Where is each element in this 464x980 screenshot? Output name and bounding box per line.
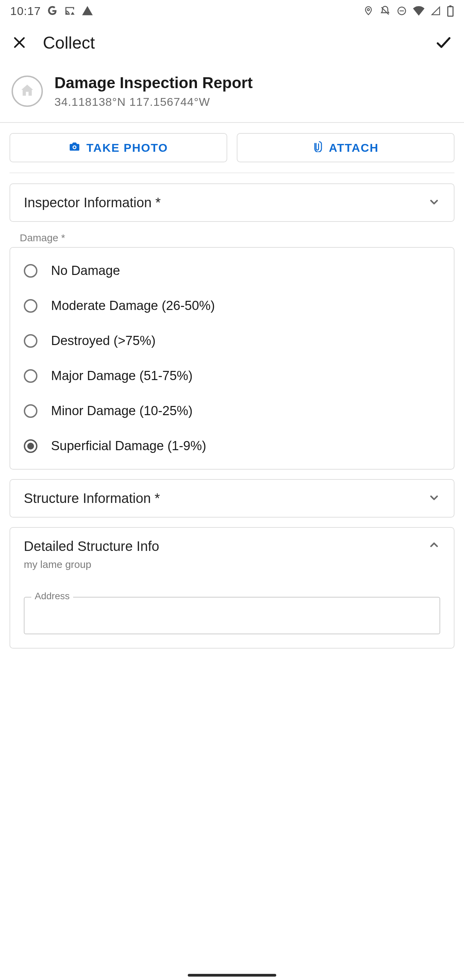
damage-option-superficial[interactable]: Superficial Damage (1-9%) — [10, 428, 454, 463]
paperclip-icon — [313, 140, 323, 155]
document-title: Damage Inspection Report — [54, 73, 253, 92]
damage-option-moderate[interactable]: Moderate Damage (26-50%) — [10, 288, 454, 323]
damage-option-label: Major Damage (51-75%) — [51, 369, 192, 383]
detailed-structure-subtitle: my lame group — [24, 559, 159, 570]
action-row: TAKE PHOTO ATTACH — [0, 123, 464, 172]
document-meta: Damage Inspection Report 34.118138°N 117… — [54, 73, 253, 108]
mute-icon — [380, 5, 391, 16]
inspector-info-title: Inspector Information * — [24, 195, 160, 210]
warning-icon — [82, 5, 93, 17]
structure-info-title: Structure Information * — [24, 491, 160, 506]
damage-card: No Damage Moderate Damage (26-50%) Destr… — [10, 247, 454, 469]
cast-icon — [64, 5, 76, 17]
damage-option-label: Superficial Damage (1-9%) — [51, 439, 206, 453]
detailed-structure-header-text: Detailed Structure Info my lame group — [24, 539, 159, 570]
detailed-structure-title: Detailed Structure Info — [24, 539, 159, 554]
structure-info-card: Structure Information * — [10, 479, 454, 517]
home-icon — [19, 83, 35, 100]
address-field[interactable]: Address — [24, 597, 440, 634]
inspector-info-header[interactable]: Inspector Information * — [10, 184, 454, 221]
svg-rect-3 — [448, 7, 453, 16]
status-left: 10:17 — [10, 5, 93, 18]
detailed-structure-header[interactable]: Detailed Structure Info my lame group — [10, 528, 454, 581]
detailed-structure-body: Address — [10, 597, 454, 648]
attach-button[interactable]: ATTACH — [237, 133, 454, 162]
svg-point-0 — [367, 8, 369, 11]
dnd-icon — [397, 6, 407, 16]
submit-button[interactable] — [435, 34, 453, 52]
wifi-icon — [413, 6, 424, 16]
document-header: Damage Inspection Report 34.118138°N 117… — [0, 64, 464, 122]
damage-option-no-damage[interactable]: No Damage — [10, 253, 454, 288]
attach-label: ATTACH — [329, 141, 379, 154]
google-icon — [47, 5, 58, 16]
inspector-info-card: Inspector Information * — [10, 183, 454, 222]
damage-option-minor[interactable]: Minor Damage (10-25%) — [10, 393, 454, 428]
damage-option-label: Moderate Damage (26-50%) — [51, 298, 215, 313]
damage-option-label: No Damage — [51, 263, 120, 278]
damage-option-destroyed[interactable]: Destroyed (>75%) — [10, 323, 454, 358]
svg-rect-4 — [450, 5, 451, 7]
radio-icon — [24, 369, 37, 383]
address-input[interactable] — [24, 597, 440, 634]
status-bar: 10:17 — [0, 0, 464, 22]
structure-info-header[interactable]: Structure Information * — [10, 480, 454, 517]
battery-icon — [447, 5, 454, 17]
document-thumbnail — [11, 76, 43, 107]
damage-option-major[interactable]: Major Damage (51-75%) — [10, 358, 454, 393]
take-photo-button[interactable]: TAKE PHOTO — [10, 133, 227, 162]
address-label: Address — [31, 591, 73, 601]
take-photo-label: TAKE PHOTO — [86, 141, 168, 154]
damage-option-label: Minor Damage (10-25%) — [51, 404, 192, 418]
chevron-down-icon — [428, 492, 440, 505]
radio-icon — [24, 334, 37, 348]
gesture-bar — [188, 974, 276, 977]
damage-radio-group: No Damage Moderate Damage (26-50%) Destr… — [10, 248, 454, 469]
chevron-down-icon — [428, 196, 440, 210]
document-coordinates: 34.118138°N 117.156744°W — [54, 95, 253, 108]
damage-option-label: Destroyed (>75%) — [51, 334, 156, 348]
status-right — [363, 5, 454, 17]
radio-icon — [24, 404, 37, 418]
radio-icon — [24, 264, 37, 278]
camera-icon — [69, 140, 80, 155]
location-icon — [363, 6, 373, 16]
check-icon — [435, 34, 453, 52]
chevron-up-icon — [428, 539, 440, 552]
close-button[interactable] — [11, 35, 27, 51]
damage-group-label: Damage * — [20, 232, 454, 243]
app-bar: Collect — [0, 22, 464, 64]
detailed-structure-card: Detailed Structure Info my lame group Ad… — [10, 527, 454, 649]
signal-icon — [431, 6, 441, 16]
app-bar-title: Collect — [43, 33, 435, 53]
radio-icon — [24, 439, 37, 453]
status-time: 10:17 — [10, 5, 41, 18]
radio-icon — [24, 299, 37, 313]
close-icon — [11, 35, 27, 51]
